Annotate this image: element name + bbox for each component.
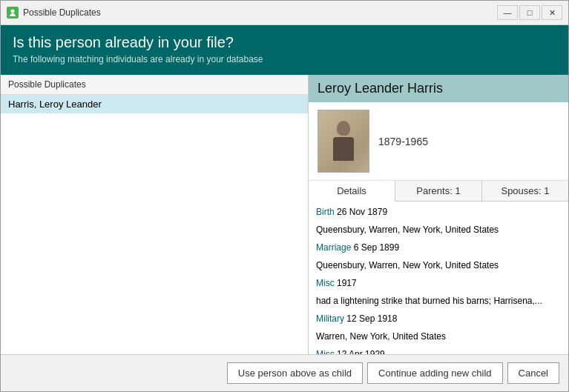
person-dates: 1879-1965 <box>378 110 428 173</box>
header: Is this person already in your file? The… <box>1 25 568 75</box>
event-sub-row: Queensbury, Warren, New York, United Sta… <box>309 221 568 239</box>
minimize-button[interactable]: — <box>497 5 518 20</box>
event-sub-row: Warren, New York, United States <box>309 328 568 345</box>
header-subtitle: The following matching individuals are a… <box>13 54 556 64</box>
continue-adding-button[interactable]: Continue adding new child <box>367 362 503 384</box>
title-bar-controls: — □ ✕ <box>497 5 562 20</box>
window: Possible Duplicates — □ ✕ Is this person… <box>0 0 569 392</box>
use-person-button[interactable]: Use person above as child <box>227 362 363 384</box>
detail-tabs: Details Parents: 1 Spouses: 1 <box>309 181 568 202</box>
person-name-header: Leroy Leander Harris <box>309 75 568 102</box>
maximize-button[interactable]: □ <box>519 5 540 20</box>
content-area: Possible Duplicates Harris, Leroy Leande… <box>1 75 568 354</box>
person-info: 1879-1965 <box>309 102 568 181</box>
photo-figure <box>332 121 355 162</box>
events-list: Birth 26 Nov 1879Queensbury, Warren, New… <box>309 202 568 354</box>
event-row: Birth 26 Nov 1879 <box>309 203 568 221</box>
event-row: Marriage 6 Sep 1899 <box>309 239 568 256</box>
event-row: Misc 12 Apr 1929 <box>309 345 568 354</box>
photo-head <box>337 121 350 136</box>
cancel-button[interactable]: Cancel <box>507 362 559 384</box>
duplicates-list: Harris, Leroy Leander <box>1 95 308 354</box>
event-row: Misc 1917 <box>309 274 568 292</box>
header-title: Is this person already in your file? <box>13 34 556 51</box>
left-panel: Possible Duplicates Harris, Leroy Leande… <box>1 75 309 354</box>
footer: Use person above as child Continue addin… <box>1 354 568 391</box>
event-sub-row: Queensbury, Warren, New York, United Sta… <box>309 256 568 274</box>
list-item[interactable]: Harris, Leroy Leander <box>1 95 308 113</box>
title-bar: Possible Duplicates — □ ✕ <box>1 1 568 25</box>
event-sub-row: had a lightening strike that burned his … <box>309 292 568 310</box>
event-row: Military 12 Sep 1918 <box>309 310 568 328</box>
left-panel-heading: Possible Duplicates <box>1 75 308 95</box>
window-title: Possible Duplicates <box>23 7 493 18</box>
close-button[interactable]: ✕ <box>542 5 562 20</box>
person-photo <box>318 110 369 173</box>
tab-parents[interactable]: Parents: 1 <box>395 181 482 201</box>
svg-point-0 <box>11 10 15 13</box>
photo-placeholder <box>318 110 369 172</box>
right-panel: Leroy Leander Harris 1879-1965 Details <box>309 75 568 354</box>
photo-body <box>333 137 354 161</box>
app-icon <box>7 7 19 19</box>
tab-spouses[interactable]: Spouses: 1 <box>482 181 568 201</box>
tab-details[interactable]: Details <box>309 181 395 202</box>
